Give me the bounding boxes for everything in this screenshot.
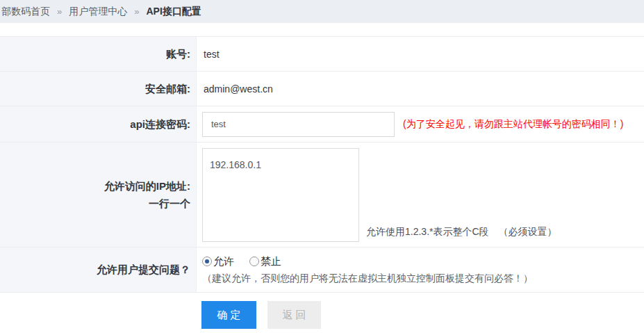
allow-radio-label: 允许 xyxy=(213,255,234,268)
form-row-account: 账号: test xyxy=(0,37,644,72)
breadcrumb-item-home[interactable]: 部数码首页 xyxy=(1,6,50,18)
radio-option-forbid[interactable]: 禁止 xyxy=(249,255,281,268)
api-password-warning: (为了安全起见，请勿跟主站代理帐号的密码相同！) xyxy=(403,118,623,131)
radio-option-allow[interactable]: 允许 xyxy=(202,255,234,268)
allowed-ips-label-line2: 一行一个 xyxy=(149,195,190,213)
account-label-text: 账号: xyxy=(166,45,190,63)
api-password-value: (为了安全起见，请勿跟主站代理帐号的密码相同！) xyxy=(197,106,644,142)
allowed-ips-textarea[interactable]: 192.168.0.1 xyxy=(202,148,359,242)
breadcrumb-item-api-config: API接口配置 xyxy=(146,6,201,18)
allow-questions-note: （建议允许，否则您的用户将无法在虚拟主机独立控制面板提交有问必答！） xyxy=(202,273,644,285)
confirm-button[interactable]: 确 定 xyxy=(201,301,256,329)
forbid-radio[interactable] xyxy=(249,257,259,266)
api-config-form: 账号: test 安全邮箱: admin@west.cn api连接密码: (为… xyxy=(0,36,644,293)
account-value: test xyxy=(197,37,644,71)
email-label-text: 安全邮箱: xyxy=(145,80,190,98)
email-label: 安全邮箱: xyxy=(0,72,197,106)
allow-questions-label: 允许用户提交问题？ xyxy=(0,247,197,292)
spacer xyxy=(0,23,644,36)
account-label: 账号: xyxy=(0,37,197,71)
button-bar: 确 定 返 回 xyxy=(0,301,644,329)
breadcrumb-item-user-center[interactable]: 用户管理中心 xyxy=(69,6,127,18)
back-button[interactable]: 返 回 xyxy=(267,301,321,329)
allow-radio[interactable] xyxy=(202,257,212,266)
form-row-email: 安全邮箱: admin@west.cn xyxy=(0,72,644,106)
allowed-ips-hint: 允许使用1.2.3.*表示整个C段 （必须设置） xyxy=(366,226,557,238)
form-row-allow-questions: 允许用户提交问题？ 允许 禁止 （建议允许，否则您的用户将无法在虚拟主机独立控制… xyxy=(0,247,644,293)
account-value-text: test xyxy=(204,49,644,60)
breadcrumb: 部数码首页 » 用户管理中心 » API接口配置 xyxy=(0,0,644,23)
api-password-label: api连接密码: xyxy=(0,106,197,142)
forbid-radio-label: 禁止 xyxy=(261,255,281,268)
breadcrumb-separator-icon: » xyxy=(57,6,62,17)
email-value-text: admin@west.cn xyxy=(204,83,644,95)
api-password-input[interactable] xyxy=(202,112,395,137)
breadcrumb-separator-icon: » xyxy=(134,6,139,17)
form-row-api-password: api连接密码: (为了安全起见，请勿跟主站代理帐号的密码相同！) xyxy=(0,106,644,143)
allowed-ips-label-text: 允许访问的IP地址: xyxy=(104,177,190,195)
allow-questions-label-text: 允许用户提交问题？ xyxy=(97,261,190,279)
allowed-ips-value: 192.168.0.1 允许使用1.2.3.*表示整个C段 （必须设置） xyxy=(197,143,644,247)
allow-questions-value: 允许 禁止 （建议允许，否则您的用户将无法在虚拟主机独立控制面板提交有问必答！） xyxy=(197,247,644,292)
form-row-allowed-ips: 允许访问的IP地址: 一行一个 192.168.0.1 允许使用1.2.3.*表… xyxy=(0,143,644,247)
allowed-ips-label: 允许访问的IP地址: 一行一个 xyxy=(0,143,197,247)
api-password-label-text: api连接密码: xyxy=(130,115,190,133)
email-value: admin@west.cn xyxy=(197,72,644,106)
